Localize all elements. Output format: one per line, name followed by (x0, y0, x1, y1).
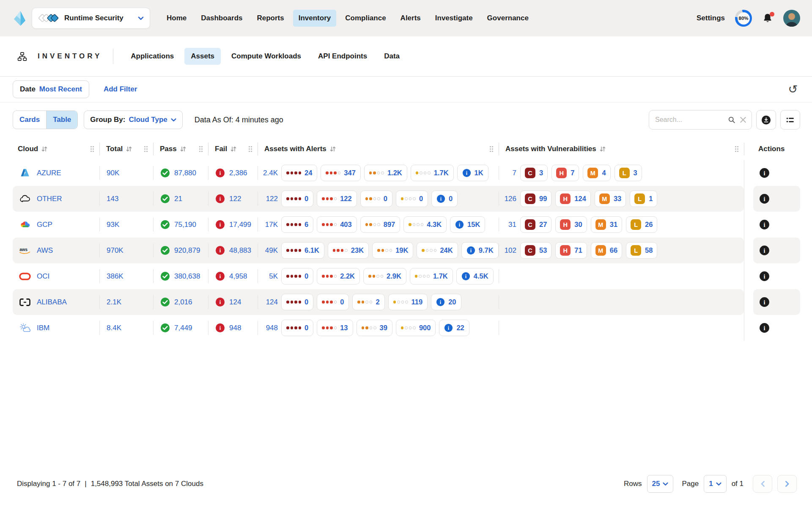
cloud-link[interactable]: ALIBABA (37, 298, 67, 306)
alerts-total-link[interactable]: 5K (258, 272, 278, 281)
settings-button[interactable]: Settings (697, 14, 725, 22)
fail-count-link[interactable]: 124 (229, 298, 241, 306)
date-filter[interactable]: Date Most Recent (13, 80, 89, 98)
fail-count-link[interactable]: 48,883 (229, 246, 251, 255)
critical-alerts-chip[interactable]: 0 (281, 294, 313, 310)
critical-vulns-chip[interactable]: C 27 (520, 216, 551, 233)
high-alerts-chip[interactable]: 347 (321, 165, 361, 181)
low-vulns-chip[interactable]: L 26 (626, 216, 657, 233)
alerts-total-link[interactable]: 49K (258, 246, 278, 255)
nav-item-reports[interactable]: Reports (251, 10, 289, 27)
notifications-bell-icon[interactable] (762, 13, 773, 24)
column-header-assets-with-vulnerabilities[interactable]: Assets with Vulnerabilities (499, 138, 744, 160)
row-actions-info-button[interactable]: i (759, 297, 770, 307)
table-row-aws[interactable]: aws AWS 970K 920,879 i 48,883 49K 6.1K (13, 237, 800, 263)
sort-icon[interactable] (599, 146, 606, 152)
nav-item-home[interactable]: Home (161, 10, 192, 27)
column-header-fail[interactable]: Fail (208, 138, 258, 160)
vulnerabilities-total-link[interactable]: 126 (499, 195, 516, 203)
usage-progress-ring[interactable]: 80% (735, 10, 752, 27)
critical-alerts-chip[interactable]: 6 (281, 216, 313, 233)
medium-alerts-chip[interactable]: 1.2K (364, 165, 407, 181)
medium-alerts-chip[interactable]: 2 (352, 294, 384, 310)
table-row-ibm[interactable]: IBM 8.4K 7,449 i 948 948 0 13 (13, 315, 800, 341)
high-alerts-chip[interactable]: 13 (317, 320, 353, 336)
low-alerts-chip[interactable]: 1.7K (410, 268, 453, 284)
table-row-alibaba[interactable]: ALIBABA 2.1K 2,016 i 124 124 0 0 (13, 289, 800, 315)
vulnerabilities-total-link[interactable]: 31 (499, 221, 516, 229)
low-vulns-chip[interactable]: L 58 (626, 242, 657, 259)
nav-item-governance[interactable]: Governance (482, 10, 534, 27)
row-actions-info-button[interactable]: i (759, 219, 770, 230)
informational-alerts-chip[interactable]: i 1K (457, 165, 488, 181)
search-input[interactable] (654, 116, 724, 124)
pass-count-link[interactable]: 87,880 (174, 169, 196, 177)
table-row-gcp[interactable]: GCP 93K 75,190 i 17,499 17K 6 403 (13, 212, 800, 237)
pass-count-link[interactable]: 75,190 (174, 221, 196, 229)
drag-handle-icon[interactable] (248, 146, 252, 152)
low-alerts-chip[interactable]: 24K (417, 242, 458, 259)
group-by-dropdown[interactable]: Group By: Cloud Type (84, 110, 182, 129)
column-header-pass[interactable]: Pass (153, 138, 208, 160)
sort-icon[interactable] (126, 146, 132, 152)
medium-vulns-chip[interactable]: M 33 (595, 190, 626, 207)
column-header-cloud[interactable]: Cloud (13, 138, 99, 160)
medium-vulns-chip[interactable]: M 66 (591, 242, 622, 259)
vulnerabilities-total-link[interactable]: 7 (499, 169, 516, 177)
critical-alerts-chip[interactable]: 6.1K (281, 242, 324, 259)
nav-item-inventory[interactable]: Inventory (293, 10, 337, 27)
total-count-link[interactable]: 2.1K (107, 298, 121, 306)
cloud-link[interactable]: OTHER (37, 195, 62, 203)
informational-alerts-chip[interactable]: i 20 (431, 294, 461, 310)
fail-count-link[interactable]: 4,958 (229, 272, 247, 281)
pass-count-link[interactable]: 380,638 (174, 272, 200, 281)
tab-data[interactable]: Data (378, 48, 406, 65)
cloud-link[interactable]: IBM (37, 324, 49, 332)
fail-count-link[interactable]: 948 (229, 324, 241, 332)
sort-icon[interactable] (41, 146, 48, 152)
total-count-link[interactable]: 93K (107, 221, 119, 229)
drag-handle-icon[interactable] (199, 146, 203, 152)
sort-icon[interactable] (180, 146, 187, 152)
alerts-total-link[interactable]: 2.4K (258, 169, 278, 177)
pass-count-link[interactable]: 920,879 (174, 246, 200, 255)
alerts-total-link[interactable]: 17K (258, 221, 278, 229)
user-avatar[interactable] (783, 10, 800, 27)
low-alerts-chip[interactable]: 0 (396, 190, 428, 207)
total-count-link[interactable]: 8.4K (107, 324, 121, 332)
next-page-button[interactable] (777, 475, 797, 493)
medium-alerts-chip[interactable]: 0 (360, 190, 392, 207)
low-alerts-chip[interactable]: 4.3K (403, 216, 447, 233)
high-vulns-chip[interactable]: H 124 (555, 190, 591, 207)
critical-alerts-chip[interactable]: 0 (281, 320, 313, 336)
high-vulns-chip[interactable]: H 71 (555, 242, 587, 259)
nav-item-dashboards[interactable]: Dashboards (195, 10, 248, 27)
high-alerts-chip[interactable]: 2.2K (317, 268, 360, 284)
alerts-total-link[interactable]: 124 (258, 298, 278, 306)
critical-alerts-chip[interactable]: 0 (281, 268, 313, 284)
high-alerts-chip[interactable]: 23K (328, 242, 369, 259)
high-alerts-chip[interactable]: 403 (317, 216, 357, 233)
critical-vulns-chip[interactable]: C 53 (520, 242, 551, 259)
low-vulns-chip[interactable]: L 1 (630, 190, 657, 207)
low-alerts-chip[interactable]: 900 (396, 320, 436, 336)
table-view-button[interactable]: Table (46, 111, 77, 129)
informational-alerts-chip[interactable]: i 4.5K (456, 268, 494, 284)
alerts-total-link[interactable]: 948 (258, 324, 278, 332)
module-selector-dropdown[interactable]: Runtime Security (32, 8, 150, 29)
low-alerts-chip[interactable]: 119 (388, 294, 428, 310)
row-actions-info-button[interactable]: i (759, 271, 770, 282)
informational-alerts-chip[interactable]: i 22 (439, 320, 469, 336)
column-settings-button[interactable] (780, 110, 800, 130)
pass-count-link[interactable]: 21 (174, 195, 182, 203)
previous-page-button[interactable] (753, 475, 772, 493)
drag-handle-icon[interactable] (489, 146, 494, 152)
nav-item-investigate[interactable]: Investigate (430, 10, 478, 27)
medium-alerts-chip[interactable]: 2.9K (363, 268, 406, 284)
column-header-assets-with-alerts[interactable]: Assets with Alerts (258, 138, 499, 160)
row-actions-info-button[interactable]: i (759, 193, 770, 204)
low-alerts-chip[interactable]: 1.7K (411, 165, 454, 181)
low-vulns-chip[interactable]: L 3 (614, 165, 642, 181)
rows-per-page-select[interactable]: 25 (647, 475, 674, 493)
nav-item-compliance[interactable]: Compliance (340, 10, 391, 27)
